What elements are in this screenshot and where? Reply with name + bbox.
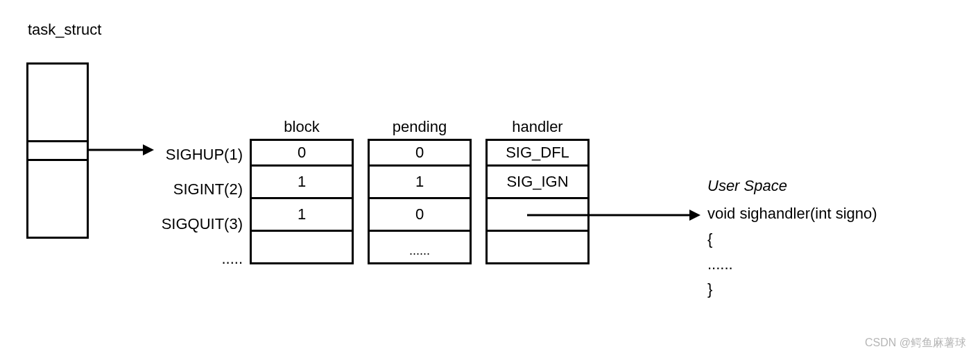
block-cell-r3: 1 xyxy=(250,197,354,232)
arrow-taskstruct-to-signals xyxy=(89,139,154,160)
arrow-handler-to-userspace xyxy=(527,205,700,226)
block-cell-r2: 1 xyxy=(250,164,354,199)
page-title: task_struct xyxy=(28,21,101,39)
row-label-ellipsis: ..... xyxy=(177,250,243,268)
task-struct-cell-top xyxy=(26,62,89,142)
row-label-sighup: SIGHUP(1) xyxy=(146,146,243,164)
task-struct-cell-bottom xyxy=(26,159,89,239)
user-space-fn-sig: void sighandler(int signo) xyxy=(707,205,877,223)
handler-cell-r2: SIG_IGN xyxy=(485,164,590,199)
pending-cell-r3: 0 xyxy=(368,197,472,232)
user-space-brace-open: { xyxy=(707,230,712,248)
row-label-sigint: SIGINT(2) xyxy=(146,180,243,198)
pending-cell-r2: 1 xyxy=(368,164,472,199)
svg-marker-3 xyxy=(689,210,700,221)
col-header-block: block xyxy=(257,118,347,136)
block-cell-r4 xyxy=(250,230,354,264)
col-header-pending: pending xyxy=(375,118,465,136)
task-struct-cell-mid xyxy=(26,140,89,161)
watermark: CSDN @鳄鱼麻薯球 xyxy=(865,336,966,350)
pending-cell-r1: 0 xyxy=(368,139,472,167)
handler-cell-r4 xyxy=(485,230,590,264)
user-space-title: User Space xyxy=(707,177,787,195)
pending-cell-r4: ...... xyxy=(368,230,472,264)
row-label-sigquit: SIGQUIT(3) xyxy=(146,215,243,233)
block-cell-r1: 0 xyxy=(250,139,354,167)
user-space-brace-close: } xyxy=(707,280,712,298)
col-header-handler: handler xyxy=(492,118,583,136)
user-space-body: ...... xyxy=(707,255,733,273)
handler-cell-r1: SIG_DFL xyxy=(485,139,590,167)
